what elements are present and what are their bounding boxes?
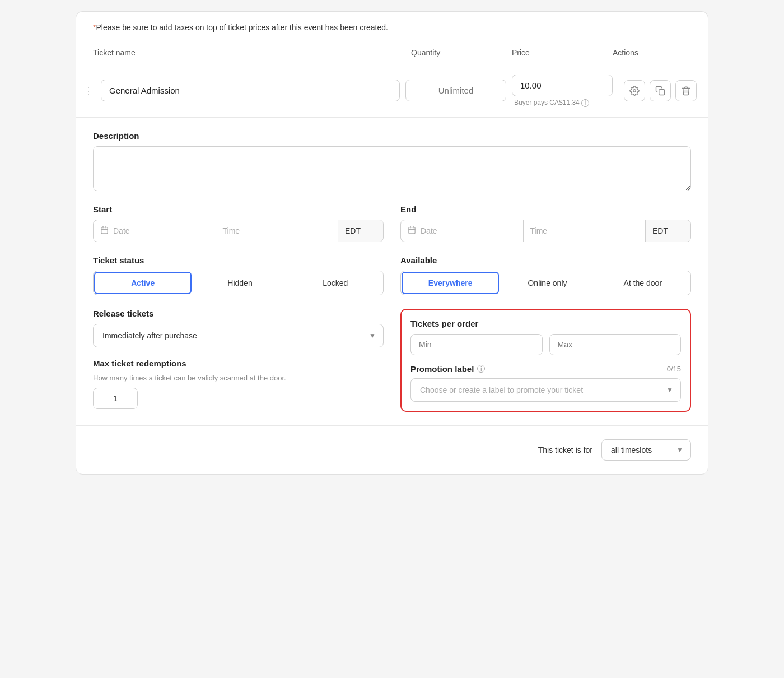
description-group: Description [93, 131, 691, 193]
bottom-row: This ticket is for all timeslots ▼ [76, 426, 708, 474]
status-locked-button[interactable]: Locked [288, 271, 383, 295]
price-input[interactable] [512, 75, 613, 96]
available-group: Available Everywhere Online only At the … [400, 256, 691, 295]
end-date-placeholder: Date [421, 226, 437, 235]
start-timezone: EDT [338, 220, 383, 242]
description-textarea[interactable] [93, 146, 691, 191]
end-group: End Date T [400, 205, 691, 242]
svg-rect-6 [409, 227, 415, 233]
start-date-input-row: Date Time EDT [93, 220, 384, 242]
settings-button[interactable] [624, 80, 645, 101]
date-row: Start Date [93, 205, 691, 242]
max-redemptions-label: Max ticket redemptions [93, 359, 384, 368]
svg-point-0 [633, 90, 636, 92]
release-row: Release tickets Immediately after purcha… [93, 309, 691, 412]
notice-text: Please be sure to add taxes on top of ti… [96, 23, 388, 32]
timeslots-select-wrapper: all timeslots ▼ [601, 439, 691, 461]
description-label: Description [93, 131, 691, 141]
available-label: Available [400, 256, 691, 265]
promo-label-text: Promotion label [410, 364, 474, 374]
promo-select-wrapper: Choose or create a label to promote your… [410, 378, 681, 402]
calendar-icon-end [408, 226, 416, 236]
available-online-only-button[interactable]: Online only [500, 271, 595, 295]
quantity-input[interactable] [405, 80, 506, 101]
price-cell: Buyer pays CA$11.34 i [512, 75, 613, 107]
promo-info-icon[interactable]: i [477, 365, 485, 373]
status-active-button[interactable]: Active [94, 272, 192, 294]
col-header-name: Ticket name [93, 48, 411, 57]
release-group: Release tickets Immediately after purcha… [93, 309, 384, 347]
calendar-icon-start [100, 226, 109, 236]
buyer-pays-info-icon[interactable]: i [581, 99, 589, 107]
start-date-placeholder: Date [113, 226, 130, 235]
col-header-actions: Actions [613, 48, 691, 57]
col-header-price: Price [512, 48, 613, 57]
timeslots-select[interactable]: all timeslots [601, 439, 691, 461]
start-time-placeholder: Time [223, 226, 240, 235]
max-input[interactable] [549, 334, 682, 355]
min-max-row [410, 334, 681, 355]
notice-bar: *Please be sure to add taxes on top of t… [76, 12, 708, 41]
max-redemptions-group: Max ticket redemptions How many times a … [93, 359, 384, 409]
col-header-quantity: Quantity [411, 48, 512, 57]
end-timezone: EDT [646, 220, 690, 242]
promo-label-header: Promotion label i 0/15 [410, 364, 681, 374]
release-select-wrapper: Immediately after purchase On a specific… [93, 324, 384, 347]
max-redemptions-desc: How many times a ticket can be validly s… [93, 374, 384, 382]
duplicate-button[interactable] [650, 80, 671, 101]
end-label: End [400, 205, 691, 214]
promo-count: 0/15 [667, 365, 681, 373]
ticket-name-input[interactable] [101, 80, 400, 101]
promo-label-title: Promotion label i [410, 364, 485, 374]
delete-button[interactable] [675, 80, 697, 101]
end-date-input-row: Date Time EDT [400, 220, 691, 242]
release-select[interactable]: Immediately after purchase On a specific… [93, 324, 384, 347]
available-at-door-button[interactable]: At the door [595, 271, 690, 295]
tickets-per-order-label: Tickets per order [410, 319, 681, 328]
ticket-status-btn-group: Active Hidden Locked [93, 271, 384, 295]
ticket-status-group: Ticket status Active Hidden Locked [93, 256, 384, 295]
status-hidden-button[interactable]: Hidden [192, 271, 287, 295]
detail-section: Description Start [76, 118, 708, 426]
start-date-field[interactable]: Date [94, 220, 216, 242]
left-col: Release tickets Immediately after purcha… [93, 309, 384, 412]
start-group: Start Date [93, 205, 384, 242]
ticket-is-for-label: This ticket is for [538, 445, 592, 454]
ticket-form-card: *Please be sure to add taxes on top of t… [76, 11, 708, 475]
ticket-row: ⋮ Buyer pays CA$11.34 i [76, 64, 708, 118]
end-time-field[interactable]: Time [524, 220, 646, 242]
promo-select[interactable]: Choose or create a label to promote your… [410, 378, 681, 402]
available-btn-group: Everywhere Online only At the door [400, 271, 691, 295]
redemptions-input[interactable] [93, 388, 138, 409]
svg-rect-1 [659, 90, 665, 95]
svg-rect-2 [101, 227, 108, 233]
status-row: Ticket status Active Hidden Locked Avail… [93, 256, 691, 295]
highlighted-box: Tickets per order Promotion label i 0/15… [400, 309, 691, 412]
end-date-field[interactable]: Date [401, 220, 524, 242]
start-time-field[interactable]: Time [216, 220, 339, 242]
min-input[interactable] [410, 334, 543, 355]
buyer-pays-text: Buyer pays CA$11.34 i [512, 99, 613, 107]
start-label: Start [93, 205, 384, 214]
end-time-placeholder: Time [530, 226, 548, 235]
ticket-status-label: Ticket status [93, 256, 384, 265]
drag-handle-icon[interactable]: ⋮ [82, 85, 95, 97]
release-label: Release tickets [93, 309, 384, 318]
actions-cell [618, 80, 697, 101]
available-everywhere-button[interactable]: Everywhere [402, 272, 499, 294]
table-header: Ticket name Quantity Price Actions [76, 41, 708, 64]
